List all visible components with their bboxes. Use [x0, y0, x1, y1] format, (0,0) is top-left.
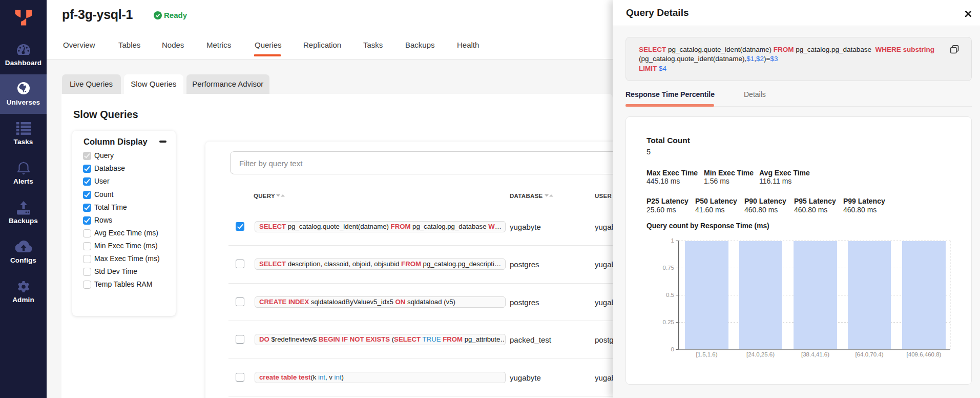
svg-text:1: 1 [671, 237, 674, 244]
svg-text:0.25: 0.25 [663, 319, 674, 325]
svg-text:0: 0 [671, 346, 674, 352]
svg-text:0.5: 0.5 [666, 292, 674, 298]
svg-text:0.75: 0.75 [663, 265, 674, 271]
svg-text:[409.6,460.8): [409.6,460.8) [907, 351, 942, 357]
svg-text:[24.0,25.6): [24.0,25.6) [746, 351, 775, 357]
svg-text:[1.5,1.6): [1.5,1.6) [696, 351, 717, 357]
svg-text:[38.4,41.6): [38.4,41.6) [801, 351, 829, 357]
svg-text:[64.0,70.4): [64.0,70.4) [856, 351, 884, 357]
